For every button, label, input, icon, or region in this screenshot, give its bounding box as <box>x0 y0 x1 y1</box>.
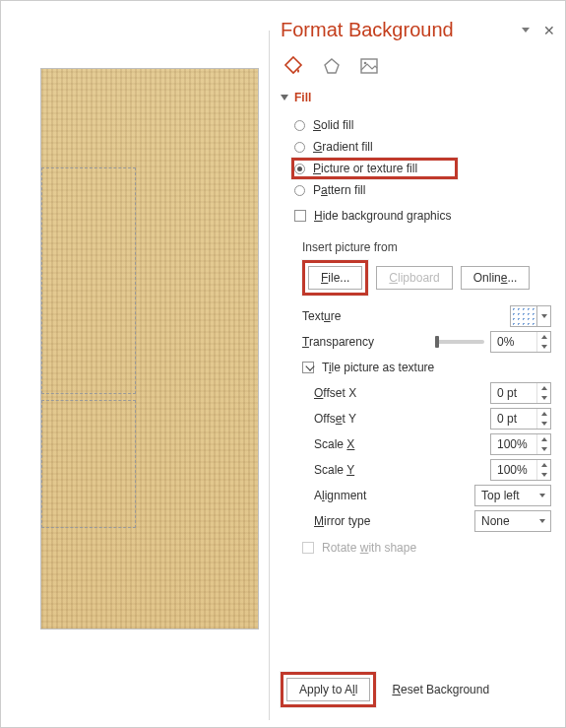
checkbox-hide-background[interactable]: Hide background graphics <box>294 205 555 227</box>
scale-x-label: Scale X <box>314 437 354 451</box>
radio-pattern-fill[interactable]: Pattern fill <box>294 179 555 201</box>
transparency-spinbox[interactable]: 0% <box>490 331 551 353</box>
checkbox-tile-picture[interactable]: Tile picture as texture <box>281 355 555 380</box>
close-icon[interactable]: ✕ <box>543 24 555 37</box>
svg-marker-0 <box>325 59 339 73</box>
apply-to-all-button[interactable]: Apply to All <box>286 678 370 701</box>
svg-point-2 <box>364 62 367 65</box>
offset-x-label: Offset X <box>314 386 356 400</box>
checkbox-rotate-with-shape: Rotate with shape <box>281 534 555 562</box>
scale-y-spinbox[interactable]: 100% <box>490 459 551 481</box>
transparency-slider[interactable] <box>435 340 484 344</box>
radio-gradient-fill[interactable]: Gradient fill <box>294 136 555 158</box>
file-button[interactable]: File... <box>308 266 362 290</box>
alignment-label: Alignment <box>314 489 366 502</box>
clipboard-button: Clipboard <box>376 266 452 290</box>
placeholder-title[interactable] <box>41 167 136 394</box>
scale-y-label: Scale Y <box>314 463 354 477</box>
effects-tab-icon[interactable] <box>322 56 342 76</box>
collapse-icon <box>281 95 288 100</box>
transparency-label: Transparency <box>302 335 374 349</box>
radio-solid-fill[interactable]: Solid fill <box>294 114 555 136</box>
texture-label: Texture <box>302 309 341 323</box>
mirror-label: Mirror type <box>314 514 370 528</box>
texture-picker[interactable] <box>510 305 551 327</box>
pane-options-dropdown[interactable] <box>522 28 530 33</box>
online-button[interactable]: Online... <box>461 266 531 290</box>
reset-background-button[interactable]: Reset Background <box>388 678 493 701</box>
format-background-pane: Format Background ✕ Fill Solid fill Grad… <box>281 19 555 717</box>
offset-x-spinbox[interactable]: 0 pt <box>490 382 551 404</box>
fill-tab-icon[interactable] <box>283 55 304 77</box>
placeholder-body[interactable] <box>41 400 136 528</box>
insert-picture-label: Insert picture from <box>281 232 555 258</box>
offset-y-label: Offset Y <box>314 412 356 426</box>
scale-x-spinbox[interactable]: 100% <box>490 433 551 455</box>
alignment-combo[interactable]: Top left <box>474 485 551 506</box>
picture-tab-icon[interactable] <box>359 56 379 76</box>
radio-picture-texture-fill[interactable]: Picture or texture fill <box>291 158 458 179</box>
pane-title: Format Background <box>281 19 454 41</box>
fill-section-header[interactable]: Fill <box>281 91 555 110</box>
pane-divider <box>269 31 270 720</box>
slide-preview <box>40 68 259 629</box>
mirror-combo[interactable]: None <box>474 510 551 532</box>
offset-y-spinbox[interactable]: 0 pt <box>490 408 551 430</box>
